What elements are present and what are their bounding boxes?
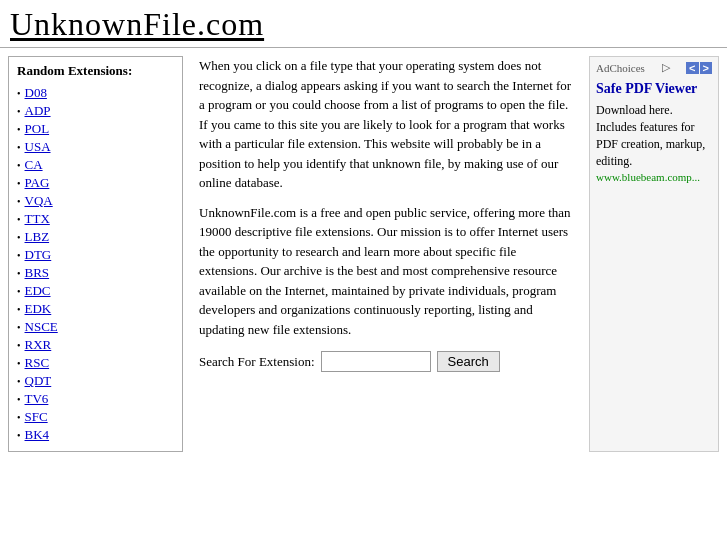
search-label: Search For Extension: <box>199 352 315 372</box>
extension-link[interactable]: TTX <box>25 211 50 227</box>
bullet-icon: • <box>17 160 21 171</box>
sidebar-item[interactable]: •ADP <box>17 103 174 119</box>
extension-link[interactable]: VQA <box>25 193 53 209</box>
bullet-icon: • <box>17 286 21 297</box>
intro-paragraph: When you click on a file type that your … <box>199 56 575 193</box>
sidebar-item[interactable]: •TV6 <box>17 391 174 407</box>
bullet-icon: • <box>17 88 21 99</box>
sidebar-item[interactable]: •NSCE <box>17 319 174 335</box>
bullet-icon: • <box>17 304 21 315</box>
extension-link[interactable]: DTG <box>25 247 52 263</box>
sidebar-item[interactable]: •DTG <box>17 247 174 263</box>
extension-link[interactable]: BRS <box>25 265 50 281</box>
search-button[interactable]: Search <box>437 351 500 372</box>
ad-title: Safe PDF Viewer <box>596 80 712 98</box>
ad-next-button[interactable]: > <box>700 62 712 74</box>
bullet-icon: • <box>17 376 21 387</box>
extension-link[interactable]: EDK <box>25 301 52 317</box>
extension-link[interactable]: BK4 <box>25 427 50 443</box>
ad-choices-bar: AdChoices ▷ < > <box>596 61 712 74</box>
extension-link[interactable]: RXR <box>25 337 52 353</box>
search-bar: Search For Extension: Search <box>199 351 575 372</box>
extension-link[interactable]: USA <box>25 139 51 155</box>
sidebar-item[interactable]: •USA <box>17 139 174 155</box>
extension-link[interactable]: ADP <box>25 103 51 119</box>
ad-link[interactable]: www.bluebeam.comp... <box>596 171 700 183</box>
extension-link[interactable]: CA <box>25 157 43 173</box>
extension-link[interactable]: TV6 <box>25 391 49 407</box>
sidebar-item[interactable]: •RXR <box>17 337 174 353</box>
bullet-icon: • <box>17 124 21 135</box>
search-input[interactable] <box>321 351 431 372</box>
bullet-icon: • <box>17 358 21 369</box>
sidebar-item[interactable]: •D08 <box>17 85 174 101</box>
sidebar-item[interactable]: •RSC <box>17 355 174 371</box>
bullet-icon: • <box>17 394 21 405</box>
extension-link[interactable]: QDT <box>25 373 52 389</box>
bullet-icon: • <box>17 214 21 225</box>
bullet-icon: • <box>17 430 21 441</box>
sidebar-item[interactable]: •BRS <box>17 265 174 281</box>
sidebar-item[interactable]: •QDT <box>17 373 174 389</box>
sidebar-item[interactable]: •EDC <box>17 283 174 299</box>
sidebar-title: Random Extensions: <box>17 63 174 79</box>
sidebar-item[interactable]: •CA <box>17 157 174 173</box>
extension-link[interactable]: PAG <box>25 175 50 191</box>
sidebar-item[interactable]: •EDK <box>17 301 174 317</box>
extension-link[interactable]: D08 <box>25 85 47 101</box>
bullet-icon: • <box>17 322 21 333</box>
ad-choices-label: AdChoices <box>596 62 645 74</box>
bullet-icon: • <box>17 106 21 117</box>
sidebar-item[interactable]: •SFC <box>17 409 174 425</box>
site-title: UnknownFile.com <box>10 6 717 43</box>
extension-link[interactable]: RSC <box>25 355 50 371</box>
sidebar-item[interactable]: •LBZ <box>17 229 174 245</box>
ad-choices-icon: ▷ <box>662 61 670 74</box>
about-paragraph: UnknownFile.com is a free and open publi… <box>199 203 575 340</box>
extension-link[interactable]: POL <box>25 121 50 137</box>
sidebar-list: •D08•ADP•POL•USA•CA•PAG•VQA•TTX•LBZ•DTG•… <box>17 85 174 443</box>
sidebar: Random Extensions: •D08•ADP•POL•USA•CA•P… <box>8 56 183 452</box>
extension-link[interactable]: EDC <box>25 283 51 299</box>
bullet-icon: • <box>17 142 21 153</box>
sidebar-item[interactable]: •POL <box>17 121 174 137</box>
sidebar-item[interactable]: •BK4 <box>17 427 174 443</box>
bullet-icon: • <box>17 178 21 189</box>
main-content: When you click on a file type that your … <box>189 48 585 460</box>
bullet-icon: • <box>17 196 21 207</box>
sidebar-item[interactable]: •TTX <box>17 211 174 227</box>
extension-link[interactable]: LBZ <box>25 229 50 245</box>
bullet-icon: • <box>17 340 21 351</box>
extension-link[interactable]: SFC <box>25 409 48 425</box>
ad-panel: AdChoices ▷ < > Safe PDF Viewer Download… <box>589 56 719 452</box>
bullet-icon: • <box>17 412 21 423</box>
ad-nav: < > <box>686 62 712 74</box>
ad-body: Download here. Includes features for PDF… <box>596 102 712 186</box>
sidebar-item[interactable]: •PAG <box>17 175 174 191</box>
bullet-icon: • <box>17 250 21 261</box>
ad-prev-button[interactable]: < <box>686 62 698 74</box>
bullet-icon: • <box>17 268 21 279</box>
bullet-icon: • <box>17 232 21 243</box>
extension-link[interactable]: NSCE <box>25 319 58 335</box>
sidebar-item[interactable]: •VQA <box>17 193 174 209</box>
